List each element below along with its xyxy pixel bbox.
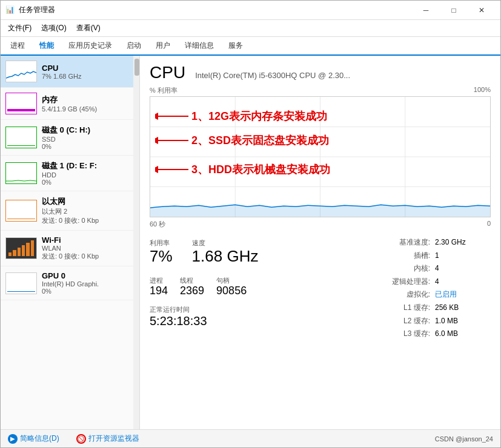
main-header: CPU Intel(R) Core(TM) i5-6300HQ CPU @ 2.… [150, 63, 491, 82]
svg-rect-0 [7, 109, 35, 111]
threads-label: 线程 [180, 276, 204, 285]
handles-value: 90856 [216, 285, 247, 297]
sidebar-item-cpu[interactable]: CPU 7% 1.68 GHz [1, 56, 133, 88]
handles-label: 句柄 [216, 276, 247, 285]
ethernet-thumbnail [5, 200, 37, 222]
disk0-subtitle2: 0% [42, 143, 128, 150]
disk1-subtitle1: HDD [42, 171, 128, 179]
speed-value: 1.68 GHz [192, 248, 259, 265]
chart-labels-top: % 利用率 100% [150, 86, 491, 95]
ethernet-subtitle2: 发送: 0 接收: 0 Kbp [42, 216, 128, 225]
disk1-info: 磁盘 1 (D: E: F: HDD 0% [42, 160, 128, 186]
sidebar-item-disk1[interactable]: 磁盘 1 (D: E: F: HDD 0% [1, 156, 133, 191]
scrollbar-thumb[interactable] [134, 59, 139, 76]
status-bar: ▶ 简略信息(D) 🚫 打开资源监视器 CSDN @janson_24 [1, 429, 500, 447]
gpu0-title: GPU 0 [42, 271, 128, 280]
wifi-subtitle1: WLAN [42, 245, 128, 252]
maximize-button[interactable]: □ [440, 1, 468, 20]
info-table: 基准速度: 2.30 GHz 插槽: 1 内核: 4 逻辑处理器: [382, 236, 491, 341]
disk0-thumbnail [5, 127, 37, 148]
cpu-title: CPU [42, 64, 128, 73]
ethernet-subtitle1: 以太网 2 [42, 207, 128, 216]
stat-uptime: 正常运行时间 5:23:18:33 [150, 305, 372, 328]
menu-bar: 文件(F) 选项(O) 查看(V) [1, 20, 500, 37]
section-title: CPU [150, 63, 185, 82]
cpu-thumb-chart [6, 61, 36, 82]
wifi-bar-3 [18, 248, 21, 256]
cores-value: 4 [435, 262, 439, 275]
sidebar-item-gpu0[interactable]: GPU 0 Intel(R) HD Graphi. 0% [1, 266, 133, 300]
tab-startup[interactable]: 启动 [119, 37, 148, 56]
disk1-subtitle2: 0% [42, 179, 128, 186]
window-title: 任务管理器 [19, 5, 55, 15]
sidebar-item-memory[interactable]: 内存 5.4/11.9 GB (45%) [1, 88, 133, 120]
brand-text: CSDN @janson_24 [435, 435, 493, 443]
disk1-thumb-chart [6, 163, 36, 183]
wifi-bar-5 [26, 243, 29, 256]
info-slots: 插槽: 1 [382, 249, 491, 263]
cpu-thumbnail [5, 61, 37, 82]
info-virtualization: 虚拟化: 已启用 [382, 288, 491, 301]
content-area: CPU 7% 1.68 GHz 内存 5.4/11.9 GB (45%) [1, 56, 500, 429]
main-panel: CPU Intel(R) Core(TM) i5-6300HQ CPU @ 2.… [140, 56, 500, 429]
stat-speed: 速度 1.68 GHz [192, 236, 259, 268]
speed-label: 速度 [192, 239, 259, 248]
sidebar-item-disk0[interactable]: 磁盘 0 (C: H:) SSD 0% [1, 120, 133, 156]
base-speed-value: 2.30 GHz [435, 236, 466, 249]
tab-details[interactable]: 详细信息 [178, 37, 221, 56]
sidebar: CPU 7% 1.68 GHz 内存 5.4/11.9 GB (45%) [1, 56, 140, 429]
stat-threads: 线程 2369 [180, 274, 204, 300]
tab-app-history[interactable]: 应用历史记录 [61, 37, 119, 56]
tabs-bar: 进程 性能 应用历史记录 启动 用户 详细信息 服务 [1, 37, 500, 56]
section-detail: Intel(R) Core(TM) i5-6300HQ CPU @ 2.30..… [195, 71, 350, 80]
wifi-title: Wi-Fi [42, 236, 128, 245]
cpu-info: CPU 7% 1.68 GHz [42, 64, 128, 80]
tab-services[interactable]: 服务 [221, 37, 250, 56]
svg-rect-1 [7, 145, 35, 146]
l3-value: 6.0 MB [435, 328, 458, 341]
tab-performance[interactable]: 性能 [32, 37, 61, 56]
chart-x-right: 0 [487, 220, 491, 229]
info-base-speed: 基准速度: 2.30 GHz [382, 236, 491, 249]
stats-row-1: 利用率 7% 速度 1.68 GHz [150, 236, 372, 268]
info-cores: 内核: 4 [382, 262, 491, 275]
stats-section: 利用率 7% 速度 1.68 GHz 进程 194 [150, 236, 491, 341]
base-speed-label: 基准速度: [382, 236, 430, 249]
svg-rect-2 [7, 219, 35, 219]
disk0-info: 磁盘 0 (C: H:) SSD 0% [42, 125, 128, 150]
memory-info: 内存 5.4/11.9 GB (45%) [42, 94, 128, 113]
tab-users[interactable]: 用户 [148, 37, 178, 56]
menu-file[interactable]: 文件(F) [3, 21, 36, 35]
logical-value: 4 [435, 275, 439, 289]
monitor-link-container[interactable]: 🚫 打开资源监视器 [76, 433, 139, 444]
info-l1: L1 缓存: 256 KB [382, 301, 491, 315]
sidebar-item-ethernet[interactable]: 以太网 以太网 2 发送: 0 接收: 0 Kbp [1, 191, 133, 231]
close-button[interactable]: ✕ [468, 1, 496, 20]
sidebar-item-wifi[interactable]: Wi-Fi WLAN 发送: 0 接收: 0 Kbp [1, 231, 133, 266]
brief-info-link[interactable]: 简略信息(D) [20, 433, 59, 444]
svg-rect-3 [7, 291, 35, 292]
menu-view[interactable]: 查看(V) [71, 21, 105, 35]
open-monitor-link[interactable]: 打开资源监视器 [88, 433, 139, 444]
task-manager-window: 📊 任务管理器 ─ □ ✕ 文件(F) 选项(O) 查看(V) 进程 性能 应用… [0, 0, 501, 448]
slots-label: 插槽: [382, 249, 430, 263]
minimize-button[interactable]: ─ [412, 1, 440, 20]
threads-value: 2369 [180, 285, 204, 297]
chart-x-left: 60 秒 [150, 220, 165, 229]
processes-value: 194 [150, 285, 168, 297]
gpu0-thumb-chart [6, 273, 36, 294]
uptime-value: 5:23:18:33 [150, 314, 372, 328]
monitor-icon: 🚫 [76, 434, 86, 444]
brief-info-container[interactable]: ▶ 简略信息(D) [8, 433, 59, 444]
virtualization-label: 虚拟化: [382, 288, 430, 301]
ethernet-info: 以太网 以太网 2 发送: 0 接收: 0 Kbp [42, 196, 128, 225]
cpu-chart-svg [150, 97, 490, 217]
menu-options[interactable]: 选项(O) [36, 21, 71, 35]
tab-processes[interactable]: 进程 [3, 37, 32, 56]
wifi-bar-6 [31, 240, 34, 256]
memory-subtitle: 5.4/11.9 GB (45%) [42, 105, 128, 113]
info-l3: L3 缓存: 6.0 MB [382, 328, 491, 341]
cpu-subtitle: 7% 1.68 GHz [42, 73, 128, 80]
stat-processes: 进程 194 [150, 274, 168, 300]
stats-left: 利用率 7% 速度 1.68 GHz 进程 194 [150, 236, 372, 341]
